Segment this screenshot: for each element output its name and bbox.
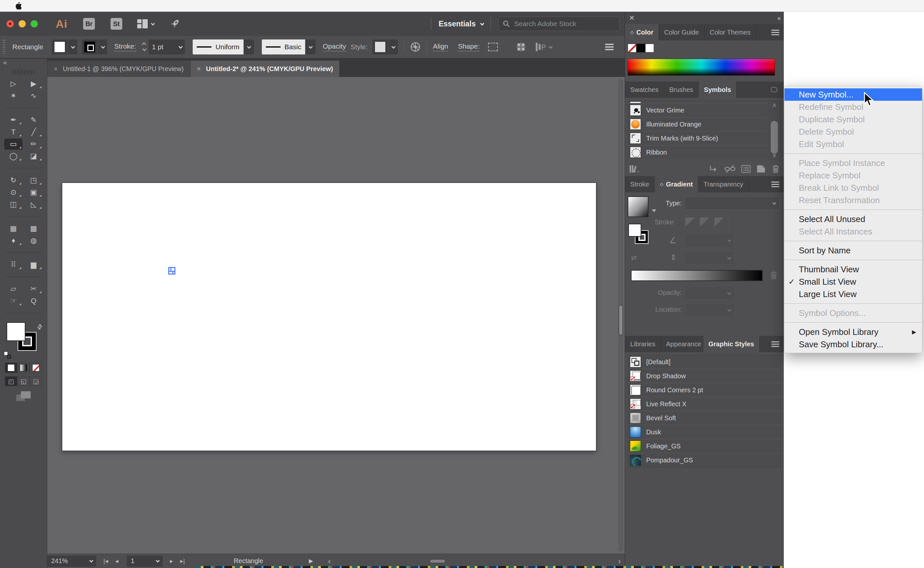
scale-tool[interactable]: ◳ [24,175,43,186]
horizontal-scrollbar[interactable] [335,559,614,563]
color-panel-menu-icon[interactable] [767,24,784,41]
menu-item-open-symbol-library[interactable]: Open Symbol Library [784,326,922,338]
stroke-within-icon[interactable] [685,218,699,228]
lasso-tool[interactable]: ∿ [24,90,43,101]
tools-collapse-button[interactable]: « [0,59,47,67]
symbols-panel-menu-icon[interactable] [766,82,782,98]
style-dusk[interactable]: Dusk [628,425,781,439]
scroll-left-icon[interactable]: ‹ [328,557,331,566]
tab-swatches[interactable]: Swatches [625,82,664,98]
opacity-label[interactable]: Opacity [323,42,346,51]
last-artboard-button[interactable]: ▸| [180,557,185,565]
menu-item-thumbnail-view[interactable]: Thumbnail View [784,263,922,275]
close-panel-icon[interactable]: ✕ [629,14,635,22]
status-menu-arrow-icon[interactable]: ▶ [309,557,313,564]
gpu-performance-rocket-icon[interactable] [169,18,180,29]
symbol-libraries-menu-icon[interactable] [629,164,640,174]
symbols-scrollbar-thumb[interactable] [771,121,778,154]
draw-inside-button[interactable]: ◲ [30,376,42,386]
rotate-tool[interactable]: ↻ [4,175,23,186]
gradient-location-dropdown[interactable] [684,303,735,317]
window-zoom-button[interactable] [31,20,38,27]
draw-normal-button[interactable]: ◰ [5,376,17,386]
symbols-scrollbar[interactable]: ∧ ∨ [768,101,780,159]
vertical-scrollbar[interactable] [618,79,624,552]
menu-item-select-all-unused[interactable]: Select All Unused [784,213,922,225]
black-swatch[interactable] [636,44,645,53]
artboard[interactable] [62,183,596,451]
placed-symbol-indicator-icon[interactable] [168,267,175,275]
gradient-type-dropdown[interactable] [684,196,779,210]
change-screen-mode-button[interactable] [16,391,31,401]
break-symbol-link-icon[interactable] [725,165,735,173]
artboard-tool[interactable]: ▱ [4,283,23,295]
style-drop-shadow[interactable]: Drop Shadow [628,369,781,383]
color-spectrum-ramp[interactable] [628,59,775,76]
free-transform-tool[interactable]: ▣ [24,187,43,198]
gradient-slider[interactable] [631,270,762,281]
tab-color-themes[interactable]: Color Themes [705,24,756,41]
panel-grip[interactable] [3,40,5,54]
stepper-down-icon[interactable] [142,47,147,51]
isolate-selected-object-icon[interactable] [410,42,421,52]
variable-width-profile-dropdown[interactable]: Uniform [193,39,254,54]
stroke-weight-label[interactable]: Stroke: [115,42,136,51]
style-foliage-gs[interactable]: Foliage_GS [628,439,781,453]
puppet-warp-tool[interactable]: ⊙ [4,187,23,198]
stepper-up-icon[interactable] [142,42,146,47]
fill-color-dropdown[interactable] [52,39,77,54]
pen-tool[interactable]: ✒ [4,115,23,125]
style-default[interactable]: [Default] [628,355,781,369]
symbol-sprayer-tool[interactable]: ⠿ [4,259,23,270]
symbol-ribbon[interactable]: Ribbon [628,145,768,159]
doc-tab-untitled-1[interactable]: × Untitled-1 @ 396% (CMYK/GPU Preview) [47,60,190,77]
arrange-documents-button[interactable] [137,19,154,29]
glyph-snapping-icon[interactable]: P [535,42,552,52]
menu-item-place-symbol-instance[interactable]: Place Symbol Instance [784,157,922,169]
type-tool[interactable]: T [4,127,23,137]
fill-stroke-indicator[interactable]: ⇄ [4,322,43,359]
menu-item-edit-symbol[interactable]: Edit Symbol [784,138,922,150]
symbol-options-icon[interactable] [741,165,750,173]
tab-graphic-styles[interactable]: Graphic Styles [703,336,760,352]
workspace-switcher[interactable]: Essentials [439,20,483,29]
shape-label[interactable]: Shape: [458,42,480,51]
eyedropper-tool[interactable]: ♦ [4,235,23,246]
style-bevel-soft[interactable]: Bevel Soft [628,411,781,425]
menu-item-large-list-view[interactable]: Large List View [784,288,922,300]
menu-item-redefine-symbol[interactable]: Redefine Symbol [784,101,922,113]
slice-tool[interactable]: ✂ [24,283,43,295]
window-close-button[interactable] [6,20,14,27]
doc-tab-untitled-2[interactable]: × Untitled-2* @ 241% (CMYK/GPU Preview) [190,60,340,77]
tab-gradient[interactable]: ◇ Gradient [655,176,698,192]
new-symbol-icon[interactable] [756,165,765,173]
vertical-scrollbar-thumb[interactable] [619,305,623,335]
color-button[interactable] [5,363,17,373]
direct-selection-tool[interactable]: ▶ [24,78,43,89]
hand-tool[interactable]: ☞ [4,295,23,307]
blend-tool[interactable]: ◍ [24,235,43,246]
symbol-vector-grime[interactable]: Vector Grime [628,103,768,117]
pasteboard[interactable] [47,77,625,554]
tab-transparency[interactable]: Transparency [698,176,749,192]
tab-appearance[interactable]: Appearance [661,336,703,352]
symbol-trim-marks[interactable]: Trim Marks (with 9-Slice) [628,131,768,145]
menu-item-sort-by-name[interactable]: Sort by Name [784,244,922,257]
bridge-button[interactable]: Br [83,18,95,30]
collapse-panels-icon[interactable]: ‹‹ [777,14,780,22]
reverse-gradient-icon[interactable]: ⇄ [631,254,637,262]
previous-artboard-button[interactable]: ◂ [115,557,118,565]
style-pompadour-gs[interactable]: Pompadour_GS [628,453,781,467]
eraser-tool[interactable]: ◪ [24,151,43,162]
menu-item-select-all-instances[interactable]: Select All Instances [784,225,922,238]
delete-symbol-icon[interactable] [772,164,780,174]
magic-wand-tool[interactable]: ✶ [4,90,23,101]
selection-tool[interactable]: ▷ [4,78,23,89]
menu-item-replace-symbol[interactable]: Replace Symbol [784,169,922,181]
perspective-grid-tool[interactable]: ◺ [24,199,43,210]
gradient-aspect-dropdown[interactable] [684,251,735,265]
gradient-angle-dropdown[interactable] [684,233,735,247]
delete-gradient-stop-icon[interactable] [770,270,778,280]
stroke-along-icon[interactable] [700,218,713,228]
tab-color[interactable]: ◇ Color [625,24,659,41]
